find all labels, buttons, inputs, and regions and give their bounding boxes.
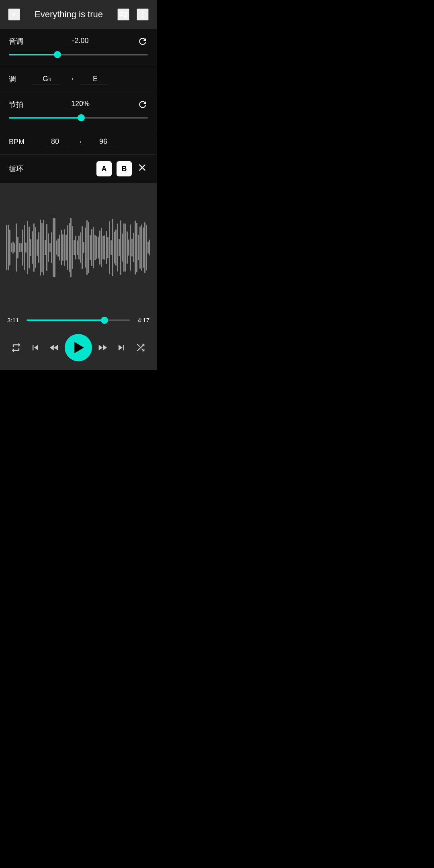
tempo-thumb[interactable] [78,114,85,121]
progress-section: 3:11 4:17 [0,312,157,328]
svg-rect-8 [19,243,20,252]
svg-rect-32 [57,238,59,256]
tempo-slider[interactable] [9,114,148,122]
key-section: 调 G♭ → E [0,66,157,92]
svg-rect-71 [120,220,121,275]
skip-back-button[interactable] [27,339,44,356]
progress-bar[interactable] [27,319,130,321]
queue-icon [118,9,129,20]
controls-panel: 音调 -2.00 调 G♭ → E 节拍 120% [0,29,157,183]
svg-rect-0 [6,225,7,270]
loop-close-button[interactable] [137,162,148,176]
svg-rect-82 [138,235,139,260]
close-icon [137,162,148,173]
svg-rect-68 [115,229,117,266]
skip-forward-button[interactable] [113,339,130,356]
svg-rect-53 [91,229,92,266]
more-vert-icon [137,9,148,20]
svg-rect-63 [107,237,108,258]
chevron-down-icon [9,9,19,20]
svg-rect-50 [86,220,88,275]
svg-rect-64 [109,221,110,274]
svg-rect-6 [16,223,17,272]
loop-label: 循环 [9,164,96,174]
play-icon [74,342,84,353]
svg-rect-2 [9,229,10,266]
rewind-button[interactable] [45,339,63,356]
svg-rect-33 [59,235,60,261]
svg-rect-29 [53,218,54,277]
fast-forward-icon [97,342,108,353]
svg-rect-28 [51,232,52,263]
svg-rect-44 [77,240,78,255]
svg-rect-48 [83,242,84,254]
svg-rect-46 [80,232,81,263]
key-label: 调 [9,74,33,84]
svg-rect-22 [41,223,43,272]
svg-rect-21 [40,219,41,276]
loop-b-button[interactable]: B [117,161,132,176]
svg-rect-23 [43,220,44,275]
tempo-section: 节拍 120% [0,92,157,129]
playback-controls [0,328,157,370]
svg-rect-73 [123,223,125,272]
svg-rect-11 [24,225,25,270]
shuffle-button[interactable] [132,339,149,356]
svg-rect-13 [27,221,28,274]
svg-rect-79 [133,233,134,262]
svg-rect-27 [49,243,51,252]
repeat-button[interactable] [7,339,25,356]
svg-rect-19 [37,239,38,256]
svg-rect-43 [75,235,76,259]
svg-rect-55 [94,235,96,260]
tempo-label: 节拍 [9,100,23,109]
queue-button[interactable] [117,8,129,20]
svg-rect-88 [147,242,149,254]
key-arrow: → [68,75,75,83]
svg-rect-61 [104,235,105,260]
pitch-slider[interactable] [9,51,148,59]
loop-a-button[interactable]: A [96,161,112,176]
pitch-thumb[interactable] [54,51,61,58]
bpm-section: BPM 80 → 96 [0,129,157,155]
svg-rect-12 [25,242,27,252]
svg-rect-87 [146,225,147,270]
waveform-display[interactable] [0,183,157,312]
pitch-label: 音调 [9,37,23,46]
svg-rect-25 [46,224,47,271]
svg-rect-65 [111,240,112,255]
svg-rect-89 [149,240,150,255]
svg-rect-58 [99,230,100,265]
svg-rect-20 [38,232,39,263]
key-to-value: E [81,74,109,84]
tempo-value: 120% [64,100,96,109]
svg-rect-62 [106,231,107,264]
more-options-button[interactable] [137,8,149,20]
header: Everything is true [0,0,157,29]
svg-rect-16 [32,231,33,264]
svg-rect-84 [141,224,142,271]
svg-rect-56 [96,236,97,259]
dropdown-button[interactable] [8,8,20,20]
refresh-tempo-icon [137,99,148,110]
svg-rect-83 [139,226,141,269]
svg-rect-39 [69,223,70,272]
svg-rect-17 [33,223,35,272]
fast-forward-button[interactable] [94,339,111,356]
svg-rect-31 [56,240,57,254]
refresh-icon [137,36,148,47]
svg-rect-51 [88,222,89,273]
svg-rect-15 [30,239,31,256]
svg-rect-54 [93,227,94,268]
svg-rect-76 [128,240,129,256]
pitch-reset-button[interactable] [137,36,148,47]
svg-rect-81 [136,223,137,272]
svg-rect-70 [119,239,120,256]
svg-rect-80 [135,221,136,274]
svg-rect-35 [62,234,63,261]
svg-rect-57 [98,236,99,258]
tempo-reset-button[interactable] [137,99,148,110]
play-button[interactable] [65,334,92,361]
progress-thumb[interactable] [101,317,108,324]
shuffle-icon [135,342,146,353]
